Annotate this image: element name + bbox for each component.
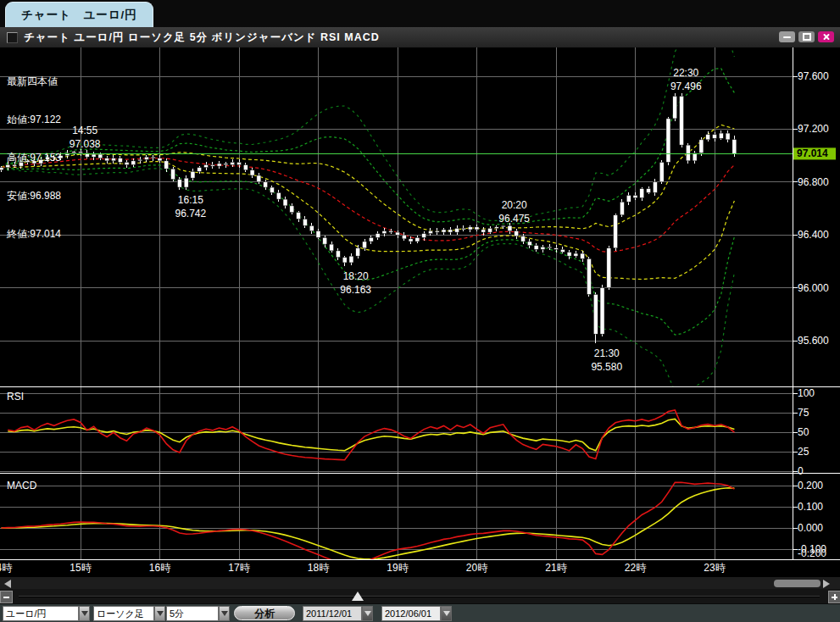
current-price-line: 97.014 [0, 147, 836, 159]
svg-text:14:55: 14:55 [72, 125, 97, 136]
quote-close: 終値:97.014 [7, 228, 61, 241]
date-from-value: 2011/12/01 [303, 606, 362, 621]
svg-text:95.580: 95.580 [591, 361, 622, 373]
svg-text:21時: 21時 [545, 562, 567, 574]
date-to-arrow-button[interactable] [441, 606, 452, 621]
chart-type-dropdown-value: ローソク足 [93, 606, 154, 621]
scroll-right-icon[interactable] [823, 580, 830, 588]
control-bar: ユーロ/円 ローソク足 5分 分析 2011/12/01 2012/06/01 [0, 603, 840, 622]
chart-svg: 97.01414:5597.03816:1596.74218:2096.1632… [0, 47, 840, 576]
svg-text:15時: 15時 [70, 562, 92, 574]
svg-text:22:30: 22:30 [673, 67, 698, 79]
svg-text:18:20: 18:20 [343, 270, 369, 282]
chart-type-dropdown-arrow-button[interactable] [154, 606, 165, 621]
svg-text:0.100: 0.100 [798, 501, 823, 513]
svg-text:97.600: 97.600 [798, 70, 829, 82]
chart-window: チャート ユーロ/円 チャート ユーロ/円 ローソク足 5分 ボリンジャーバンド… [0, 0, 840, 622]
chart-canvas[interactable]: 97.01414:5597.03816:1596.74218:2096.1632… [0, 47, 840, 576]
svg-text:18時: 18時 [308, 562, 330, 574]
minus-icon [3, 597, 9, 598]
pair-dropdown-arrow-button[interactable] [79, 606, 90, 621]
svg-text:96.000: 96.000 [798, 282, 829, 294]
svg-text:25: 25 [798, 446, 809, 458]
chevron-down-icon [443, 611, 450, 616]
chart-type-dropdown[interactable]: ローソク足 [93, 606, 165, 621]
grid-lines [0, 47, 793, 559]
zoom-slider-thumb[interactable] [352, 591, 364, 601]
svg-text:20時: 20時 [466, 562, 488, 574]
quote-title: 最新四本値 [7, 75, 61, 88]
horizontal-scrollbar [0, 576, 840, 590]
zoom-slider-row [0, 589, 840, 603]
quote-high: 高値:97.153 [7, 152, 61, 164]
minimize-icon [783, 36, 791, 38]
titlebar[interactable]: チャート ユーロ/円 ローソク足 5分 ボリンジャーバンド RSI MACD [0, 27, 840, 48]
maximize-icon [803, 33, 811, 41]
svg-text:97.038: 97.038 [70, 138, 101, 150]
quote-panel: 最新四本値 始値:97.122 高値:97.153 安値:96.988 終値:9… [7, 50, 61, 266]
svg-text:97.014: 97.014 [797, 147, 828, 159]
chevron-down-icon [157, 611, 164, 616]
panel-separators [0, 47, 840, 560]
svg-text:0.000: 0.000 [798, 522, 823, 534]
analyze-button[interactable]: 分析 [234, 606, 295, 620]
svg-text:21:30: 21:30 [594, 347, 620, 359]
svg-text:23時: 23時 [704, 562, 726, 574]
macd-panel: MACD [2, 480, 735, 565]
svg-text:14時: 14時 [0, 562, 13, 574]
svg-text:22時: 22時 [625, 562, 647, 574]
zoom-out-button[interactable] [0, 591, 13, 603]
date-to-value: 2012/06/01 [381, 606, 441, 621]
maximize-button[interactable] [798, 31, 815, 42]
date-from-dropdown[interactable]: 2011/12/01 [303, 606, 373, 621]
svg-text:97.200: 97.200 [798, 123, 829, 135]
interval-dropdown[interactable]: 5分 [166, 606, 230, 621]
scroll-left-icon[interactable] [4, 580, 11, 588]
svg-text:-0.200: -0.200 [798, 547, 826, 559]
zoom-slider-track[interactable] [19, 596, 820, 597]
plus-icon [832, 594, 837, 600]
svg-text:96.400: 96.400 [798, 229, 829, 241]
svg-text:0: 0 [798, 465, 804, 477]
price-annotations: 14:5597.03816:1596.74218:2096.16320:2096… [70, 67, 702, 373]
scrollbar-thumb[interactable] [774, 580, 821, 587]
svg-text:20:20: 20:20 [502, 199, 527, 211]
tab-label: チャート ユーロ/円 [21, 8, 137, 21]
svg-text:96.475: 96.475 [498, 213, 530, 225]
minimize-button[interactable] [779, 31, 795, 42]
svg-text:75: 75 [798, 407, 809, 419]
tab-chart-eurjpy[interactable]: チャート ユーロ/円 [5, 2, 153, 27]
date-to-dropdown[interactable]: 2012/06/01 [381, 606, 452, 621]
price-axis-labels: 97.60097.20096.80096.40096.00095.6001007… [793, 70, 829, 559]
quote-low: 安値:96.988 [7, 190, 61, 203]
svg-text:16時: 16時 [149, 562, 171, 574]
pair-dropdown[interactable]: ユーロ/円 [3, 606, 90, 621]
svg-text:95.600: 95.600 [798, 335, 829, 347]
svg-text:17時: 17時 [228, 562, 250, 574]
chevron-down-icon [364, 611, 371, 616]
svg-text:97.496: 97.496 [670, 81, 702, 92]
time-axis-labels: 14時15時16時17時18時19時20時21時22時23時 [0, 562, 726, 574]
svg-text:50: 50 [798, 426, 809, 438]
svg-text:MACD: MACD [7, 480, 37, 491]
svg-text:RSI: RSI [7, 391, 24, 403]
chevron-down-icon [221, 611, 228, 616]
window-menu-icon[interactable] [7, 32, 18, 43]
interval-dropdown-arrow-button[interactable] [219, 606, 230, 621]
pair-dropdown-value: ユーロ/円 [3, 606, 79, 621]
svg-text:19時: 19時 [387, 562, 409, 574]
chevron-down-icon [81, 611, 88, 616]
svg-text:100: 100 [798, 387, 815, 399]
window-title: チャート ユーロ/円 ローソク足 5分 ボリンジャーバンド RSI MACD [24, 27, 380, 47]
zoom-in-button[interactable] [828, 591, 840, 603]
close-button[interactable] [818, 31, 834, 42]
quote-open: 始値:97.122 [7, 114, 61, 126]
svg-text:96.742: 96.742 [175, 208, 207, 219]
svg-text:96.800: 96.800 [798, 176, 829, 188]
tab-row: チャート ユーロ/円 [0, 0, 840, 27]
svg-text:96.163: 96.163 [340, 284, 371, 296]
rsi-panel: RSI [7, 391, 734, 460]
svg-text:16:15: 16:15 [178, 194, 203, 206]
date-from-arrow-button[interactable] [362, 606, 373, 621]
window-controls [779, 31, 834, 42]
